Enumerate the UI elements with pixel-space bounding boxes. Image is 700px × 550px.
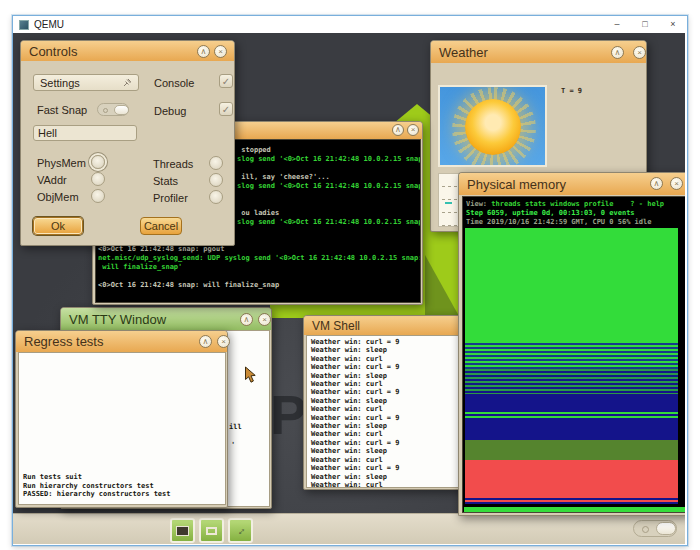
text-field[interactable]: [33, 125, 137, 141]
console-line-fragment: ill: [229, 423, 242, 432]
threads-radio[interactable]: [209, 156, 223, 170]
ok-button[interactable]: Ok: [33, 217, 83, 235]
memory-map[interactable]: [465, 228, 678, 504]
cancel-button[interactable]: Cancel: [140, 217, 182, 235]
qemu-app-icon: [19, 20, 29, 30]
shade-icon[interactable]: ∧: [611, 46, 624, 59]
settings-combobox[interactable]: Settings: [33, 74, 139, 91]
console-line: Weather win: sleep: [311, 422, 464, 430]
memory-band: [465, 412, 678, 419]
memory-band: [465, 341, 678, 369]
regress-console[interactable]: Run tests suitRun hierarchy constructors…: [18, 352, 226, 505]
physmem-step-line: Step 6059, uptime 0d, 00:13:03, 0 events: [466, 209, 685, 218]
debug-checkbox[interactable]: ✓: [219, 102, 233, 116]
close-icon[interactable]: ×: [258, 313, 271, 326]
sun-icon: [465, 99, 521, 155]
console-line: Weather win: curl: [311, 355, 464, 363]
memory-band: [465, 369, 678, 394]
console-label: Console: [154, 77, 194, 89]
console-line: Weather win: curl = 9: [311, 363, 464, 371]
stats-radio[interactable]: [209, 173, 223, 187]
memory-band: [465, 228, 678, 341]
close-icon[interactable]: ×: [407, 124, 419, 136]
weather-title: Weather: [439, 45, 488, 60]
console-line: Weather win: curl = 9: [311, 439, 464, 447]
taskbar-resize-button[interactable]: ↔: [228, 518, 253, 543]
qemu-titlebar[interactable]: QEMU – □ ×: [13, 16, 687, 33]
close-icon[interactable]: ×: [670, 177, 683, 190]
close-icon[interactable]: ×: [633, 46, 646, 59]
desktop-toggle[interactable]: [633, 520, 677, 537]
regress-tests-window: Regress tests ∧ × Run tests suitRun hier…: [15, 330, 228, 508]
console-line: Weather win: sleep: [311, 346, 464, 354]
console-line: Weather win: curl: [311, 430, 464, 438]
console-line: <0>Oct 16 21:42:48 snap: pgout: [98, 245, 420, 254]
vaddr-radio[interactable]: [91, 172, 105, 186]
console-line: Weather win: sleep: [311, 397, 464, 405]
regress-output: Run tests suitRun hierarchy constructors…: [23, 473, 171, 499]
maximize-icon[interactable]: □: [631, 16, 659, 33]
physmem-view-line: View: threads stats windows profile ? - …: [466, 200, 685, 209]
memory-band: [465, 394, 678, 412]
close-icon[interactable]: ×: [659, 16, 687, 33]
taskbar: ↔: [13, 513, 685, 544]
vm-shell-window: VM Shell Weather win: curl = 9Weather wi…: [303, 315, 468, 490]
console-line: Weather win: sleep: [311, 372, 464, 380]
console-line: <0>Oct 16 21:42:48 snap: will finalize_s…: [98, 281, 420, 290]
toggle-off-dot-icon: [642, 526, 649, 533]
vm-shell-titlebar[interactable]: VM Shell: [304, 316, 467, 335]
minimize-icon[interactable]: –: [603, 16, 631, 33]
taskbar-console-button[interactable]: [170, 518, 195, 543]
memory-band: [465, 440, 678, 459]
fast-snap-label: Fast Snap: [37, 104, 87, 116]
fast-snap-toggle[interactable]: [97, 103, 129, 116]
vm-shell-title: VM Shell: [312, 319, 360, 333]
view-label: View:: [466, 200, 491, 208]
profiler-label: Profiler: [153, 192, 188, 204]
profiler-radio[interactable]: [209, 190, 223, 204]
console-line: net.misc/udp_syslog_send: UDP syslog sen…: [98, 254, 420, 263]
console-line: Weather win: curl = 9: [311, 388, 464, 396]
vaddr-label: VAddr: [37, 174, 67, 186]
taskbar-window-button[interactable]: [199, 518, 224, 543]
weather-sun-panel: [438, 85, 547, 167]
close-icon[interactable]: ×: [214, 45, 227, 58]
qemu-title: QEMU: [34, 19, 64, 30]
physmem-radio[interactable]: [91, 155, 105, 169]
memory-map-footer-strip: [464, 507, 685, 512]
toggle-knob[interactable]: [114, 105, 129, 115]
console-line: [98, 272, 420, 281]
shade-icon[interactable]: ∧: [197, 45, 210, 58]
physmem-label: PhysMem: [37, 157, 86, 169]
console-line: PASSED: hierarchy constructors test: [23, 490, 171, 499]
console-line: Run hierarchy constructors test: [23, 482, 171, 491]
console-checkbox[interactable]: ✓: [219, 74, 233, 88]
desktop: Ph ↔ Weather ∧ ×: [13, 33, 685, 544]
console-line: Weather win: curl = 9: [311, 464, 464, 472]
console-line-fragment: ': [231, 441, 235, 450]
vm-tty-title: VM TTY Window: [69, 312, 166, 327]
objmem-radio[interactable]: [91, 189, 105, 203]
window-filled-icon: [176, 526, 189, 536]
memory-band: [465, 498, 678, 504]
shade-icon[interactable]: ∧: [392, 124, 404, 136]
shade-icon[interactable]: ∧: [199, 335, 212, 348]
toggle-knob[interactable]: [656, 522, 676, 535]
shade-icon[interactable]: ∧: [650, 177, 663, 190]
console-line: Weather win: curl: [311, 481, 464, 489]
memory-band: [465, 460, 678, 499]
resize-diagonal-icon: ↔: [233, 523, 249, 539]
threads-label: Threads: [153, 158, 193, 170]
console-line: Weather win: curl: [311, 456, 464, 464]
physmem-console[interactable]: View: threads stats windows profile ? - …: [462, 196, 685, 513]
physmem-title: Physical memory: [467, 177, 566, 192]
close-icon[interactable]: ×: [217, 335, 230, 348]
console-line: Run tests suit: [23, 473, 171, 482]
toggle-off-dot-icon: [103, 108, 108, 113]
objmem-label: ObjMem: [37, 191, 79, 203]
settings-value: Settings: [40, 77, 80, 89]
regress-titlebar[interactable]: Regress tests: [16, 331, 227, 352]
shade-icon[interactable]: ∧: [240, 313, 253, 326]
vm-shell-console[interactable]: Weather win: curl = 9Weather win: sleepW…: [306, 335, 465, 488]
screenshot-root: { "app": {"title": "QEMU", "minimize_gly…: [0, 0, 700, 550]
